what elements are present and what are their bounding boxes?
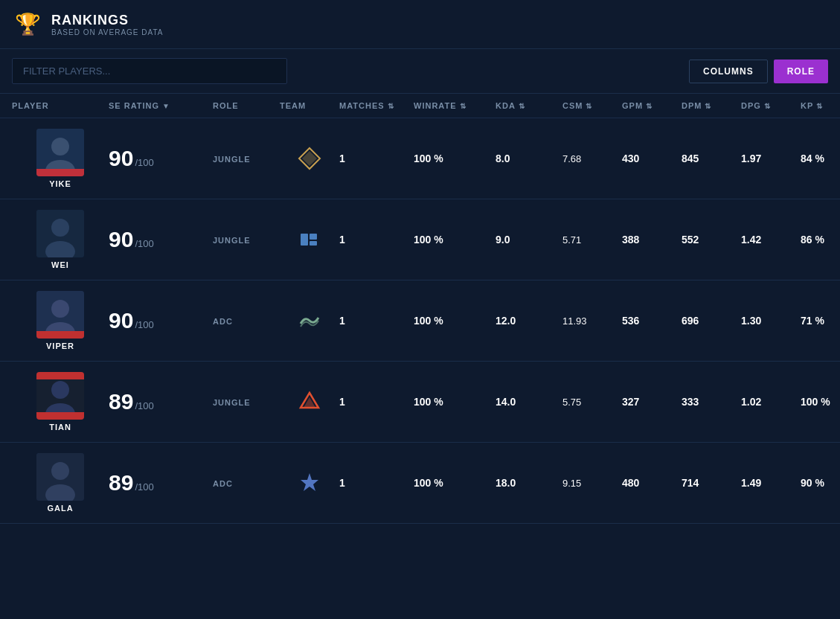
csm-value: 7.68	[562, 153, 581, 164]
csm-value: 5.71	[562, 234, 581, 246]
player-cell: GALA	[12, 453, 109, 513]
role-value: JUNGLE	[213, 155, 251, 164]
col-csm[interactable]: CSM ⇅	[562, 101, 622, 110]
page-header: 🏆 RANKINGS BASED ON AVERAGE DATA	[0, 0, 840, 49]
kp-cell: 71 %	[801, 315, 840, 327]
col-dpg[interactable]: DPG ⇅	[741, 101, 801, 110]
rating-cell: 90 /100	[109, 146, 213, 171]
svg-marker-26	[301, 473, 318, 491]
winrate-cell: 100 %	[414, 477, 496, 489]
columns-button[interactable]: COLUMNS	[689, 60, 768, 83]
sort-icon-csm: ⇅	[586, 102, 592, 110]
winrate-cell: 100 %	[414, 396, 496, 408]
kp-value: 84 %	[801, 153, 824, 164]
kda-value: 12.0	[496, 315, 516, 327]
gpm-cell: 388	[622, 234, 682, 246]
dpm-cell: 714	[682, 477, 741, 489]
avatar	[36, 453, 84, 501]
table-body: YIKE 90 /100 JUNGLE 1 100 % 8.0 7.68 430…	[0, 118, 840, 524]
kda-value: 14.0	[496, 396, 516, 408]
role-cell: ADC	[213, 315, 280, 327]
col-kp[interactable]: KP ⇅	[801, 101, 840, 110]
col-kda[interactable]: KDA ⇅	[496, 101, 562, 110]
team-cell	[280, 309, 339, 333]
kp-value: 100 %	[801, 396, 830, 408]
rating-max: /100	[135, 319, 153, 330]
matches-value: 1	[339, 234, 345, 246]
role-value: JUNGLE	[213, 236, 251, 245]
col-player[interactable]: PLAYER	[12, 101, 109, 110]
rating-value: 89	[109, 470, 133, 495]
sort-icon-kp: ⇅	[816, 102, 823, 110]
svg-point-13	[51, 300, 69, 318]
col-matches[interactable]: MATCHES ⇅	[339, 101, 414, 110]
dpg-value: 1.02	[741, 396, 761, 408]
gpm-value: 388	[622, 234, 639, 246]
svg-point-1	[51, 138, 69, 155]
col-role[interactable]: ROLE	[213, 101, 280, 110]
toolbar-buttons: COLUMNS ROLE	[689, 60, 828, 83]
rankings-table: PLAYER SE RATING ▼ ROLE TEAM MATCHES ⇅ W…	[0, 94, 840, 524]
header-text-block: RANKINGS BASED ON AVERAGE DATA	[51, 13, 163, 36]
winrate-value: 100 %	[414, 153, 443, 164]
sort-icon-gpm: ⇅	[646, 102, 653, 110]
matches-value: 1	[339, 396, 345, 408]
csm-cell: 7.68	[562, 153, 622, 164]
gpm-cell: 480	[622, 477, 682, 489]
dpg-value: 1.97	[741, 153, 761, 164]
matches-cell: 1	[339, 153, 414, 164]
sort-icon-dpg: ⇅	[764, 102, 771, 110]
player-cell: VIPER	[12, 291, 109, 350]
rating-cell: 89 /100	[109, 389, 213, 414]
svg-rect-9	[301, 234, 308, 246]
dpg-cell: 1.42	[741, 234, 801, 246]
matches-cell: 1	[339, 315, 414, 327]
kp-cell: 100 %	[801, 396, 840, 408]
dpm-value: 696	[682, 315, 699, 327]
dpm-value: 714	[682, 477, 699, 489]
rating-cell: 90 /100	[109, 227, 213, 252]
rating-max: /100	[135, 157, 153, 168]
winrate-value: 100 %	[414, 477, 443, 489]
role-value: ADC	[213, 479, 233, 488]
player-cell: YIKE	[12, 129, 109, 188]
csm-value: 5.75	[562, 397, 581, 408]
csm-cell: 5.71	[562, 234, 622, 246]
team-cell	[280, 147, 339, 170]
matches-cell: 1	[339, 396, 414, 408]
svg-rect-15	[36, 331, 84, 339]
dpm-cell: 696	[682, 315, 741, 327]
dpg-cell: 1.97	[741, 153, 801, 164]
csm-cell: 11.93	[562, 315, 622, 327]
gpm-value: 536	[622, 315, 639, 327]
col-dpm[interactable]: DPM ⇅	[682, 101, 741, 110]
winrate-cell: 100 %	[414, 315, 496, 327]
matches-cell: 1	[339, 477, 414, 489]
svg-rect-3	[36, 169, 84, 176]
col-team[interactable]: TEAM	[280, 101, 339, 110]
kda-cell: 12.0	[496, 315, 562, 327]
role-button[interactable]: ROLE	[774, 60, 828, 83]
kda-value: 8.0	[496, 153, 510, 164]
sort-icon-kda: ⇅	[519, 102, 525, 110]
matches-value: 1	[339, 315, 345, 327]
col-winrate[interactable]: WINRATE ⇅	[414, 101, 496, 110]
search-input[interactable]	[12, 58, 287, 84]
svg-point-17	[51, 381, 69, 399]
table-header-row: PLAYER SE RATING ▼ ROLE TEAM MATCHES ⇅ W…	[0, 94, 840, 118]
dpm-value: 552	[682, 234, 699, 246]
winrate-value: 100 %	[414, 396, 443, 408]
sort-icon-matches: ⇅	[388, 102, 394, 110]
csm-cell: 9.15	[562, 478, 622, 489]
kda-cell: 18.0	[496, 477, 562, 489]
kda-value: 9.0	[496, 234, 510, 246]
col-gpm[interactable]: GPM ⇅	[622, 101, 682, 110]
csm-value: 11.93	[562, 315, 587, 327]
team-cell	[280, 390, 339, 414]
winrate-cell: 100 %	[414, 153, 496, 164]
rating-value: 90	[109, 227, 133, 252]
role-cell: JUNGLE	[213, 153, 280, 164]
svg-rect-20	[36, 372, 84, 379]
role-cell: JUNGLE	[213, 234, 280, 246]
col-se-rating[interactable]: SE RATING ▼	[109, 101, 213, 110]
